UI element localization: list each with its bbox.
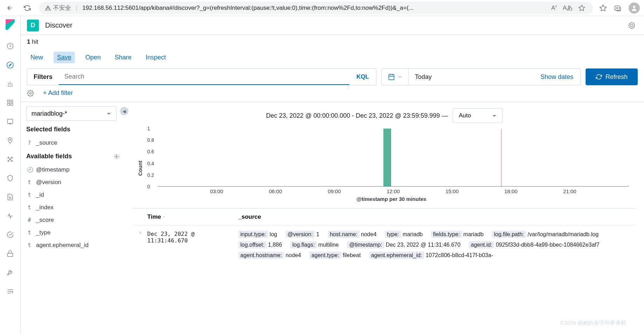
svg-point-17 <box>630 24 633 27</box>
kv-value: mariadb <box>463 231 484 237</box>
field-item[interactable]: ?_source <box>26 137 119 149</box>
url-text: 192.168.56.112:5601/app/kibana#/discover… <box>82 5 546 12</box>
table-row: Dec 23, 2022 @ 11:31:46.670input.type:lo… <box>133 226 636 264</box>
svg-rect-4 <box>8 100 10 102</box>
hit-number: 1 <box>27 38 30 45</box>
x-tick: 21:00 <box>563 188 576 194</box>
interval-value: Auto <box>459 112 471 119</box>
svg-point-20 <box>116 156 117 157</box>
field-name: agent.ephemeral_id <box>36 242 89 249</box>
chart-bar[interactable] <box>383 129 391 186</box>
index-pattern-select[interactable]: mariadblog-* <box>26 106 116 121</box>
svg-rect-8 <box>8 119 13 123</box>
back-button[interactable] <box>4 2 15 14</box>
collections-icon[interactable] <box>614 4 622 12</box>
favorites-icon[interactable] <box>599 4 607 12</box>
devtools-icon[interactable] <box>5 268 15 277</box>
kv-key: agent.hostname: <box>238 252 284 259</box>
filters-button[interactable]: Filters <box>27 68 59 85</box>
filter-settings-icon[interactable] <box>27 90 34 97</box>
column-time[interactable]: Time <box>147 213 238 220</box>
field-item[interactable]: t@version <box>26 176 119 189</box>
calendar-icon[interactable] <box>382 69 409 85</box>
filter-bar: + Add filter <box>21 88 644 102</box>
expand-row-icon[interactable] <box>133 229 147 261</box>
y-tick: 0.8 <box>147 137 154 143</box>
kv-value: 1072c806-b8cd-417f-b03a- <box>426 252 493 258</box>
kv-value: 0925f33d-dbb8-4a99-bbec-1084662e3af7 <box>496 242 599 248</box>
space-badge[interactable]: D <box>27 20 39 31</box>
translate-icon[interactable]: Aあ <box>563 4 573 12</box>
field-type-icon: t <box>27 204 32 211</box>
field-type-icon: t <box>27 192 32 198</box>
search-wrap: KQL <box>59 68 376 85</box>
kv-key: log.offset: <box>238 241 267 248</box>
reload-button[interactable] <box>22 2 33 14</box>
apm-icon[interactable] <box>5 211 15 221</box>
now-marker <box>501 129 502 186</box>
collapse-nav-icon[interactable] <box>5 286 15 296</box>
kv-value: Dec 23, 2022 @ 11:31:46.670 <box>386 242 461 248</box>
search-input[interactable] <box>59 69 349 85</box>
field-item[interactable]: t_type <box>26 226 119 239</box>
field-type-icon: t <box>27 179 32 186</box>
field-settings-icon[interactable] <box>114 154 119 159</box>
kv-key: log.file.path: <box>492 231 526 238</box>
selected-fields-header: Selected fields <box>26 126 119 133</box>
address-bar[interactable]: 不安全 | 192.168.56.112:5601/app/kibana#/di… <box>39 2 593 14</box>
refresh-label: Refresh <box>606 73 628 81</box>
kql-toggle[interactable]: KQL <box>349 73 376 80</box>
favorite-icon[interactable] <box>578 5 585 12</box>
date-picker[interactable]: Today Show dates <box>381 68 581 85</box>
infra-icon[interactable] <box>5 173 15 183</box>
interval-select[interactable]: Auto <box>453 108 503 123</box>
svg-point-19 <box>30 92 31 94</box>
time-range-text: Dec 23, 2022 @ 00:00:00.000 - Dec 23, 20… <box>266 112 448 119</box>
new-button[interactable]: New <box>27 52 47 63</box>
column-source[interactable]: _source <box>238 213 261 220</box>
save-button[interactable]: Save <box>54 52 75 63</box>
canvas-icon[interactable] <box>5 117 15 126</box>
dashboard-icon[interactable] <box>5 98 15 108</box>
kv-key: @timestamp: <box>347 241 384 248</box>
kv-key: log.flags: <box>290 241 317 248</box>
field-type-icon: # <box>27 217 32 223</box>
histogram-chart[interactable]: Count 00.20.40.60.81 03:0006:0009:0012:0… <box>147 129 636 202</box>
recent-icon[interactable] <box>5 41 15 51</box>
field-item[interactable]: tagent.ephemeral_id <box>26 239 119 252</box>
x-tick: 12:00 <box>387 188 400 194</box>
field-name: _score <box>36 217 54 224</box>
field-name: _index <box>36 204 54 211</box>
logs-icon[interactable] <box>5 192 15 202</box>
kv-value: mariadb <box>403 231 423 237</box>
field-type-icon: t <box>27 230 32 236</box>
field-item[interactable]: 🕘@timestamp <box>26 164 119 176</box>
share-button[interactable]: Share <box>111 52 135 63</box>
row-time: Dec 23, 2022 @ 11:31:46.670 <box>147 229 238 261</box>
newsfeed-icon[interactable] <box>628 22 636 29</box>
open-button[interactable]: Open <box>82 52 104 63</box>
field-item[interactable]: #_score <box>26 214 119 226</box>
ml-icon[interactable] <box>5 154 15 164</box>
field-name: _id <box>36 191 44 198</box>
add-filter-button[interactable]: + Add filter <box>43 89 73 97</box>
svg-point-16 <box>629 22 635 28</box>
uptime-icon[interactable] <box>5 230 15 240</box>
collapse-sidebar-icon[interactable]: ◀ <box>120 107 128 115</box>
read-aloud-icon[interactable]: A» <box>551 4 557 12</box>
siem-icon[interactable] <box>5 249 15 259</box>
refresh-button[interactable]: Refresh <box>586 68 638 85</box>
row-source: input.type:log @version:1 host.name:node… <box>238 229 636 261</box>
kv-key: host.name: <box>328 231 360 238</box>
maps-icon[interactable] <box>5 136 15 145</box>
visualize-icon[interactable] <box>5 79 15 89</box>
field-item[interactable]: t_id <box>26 189 119 201</box>
kibana-logo[interactable] <box>5 20 15 29</box>
show-dates-button[interactable]: Show dates <box>533 73 580 81</box>
profile-avatar[interactable] <box>629 2 640 14</box>
discover-icon[interactable] <box>5 60 15 70</box>
field-item[interactable]: t_index <box>26 201 119 214</box>
kv-key: @version: <box>285 231 315 238</box>
inspect-button[interactable]: Inspect <box>142 52 169 63</box>
svg-point-10 <box>8 157 9 158</box>
